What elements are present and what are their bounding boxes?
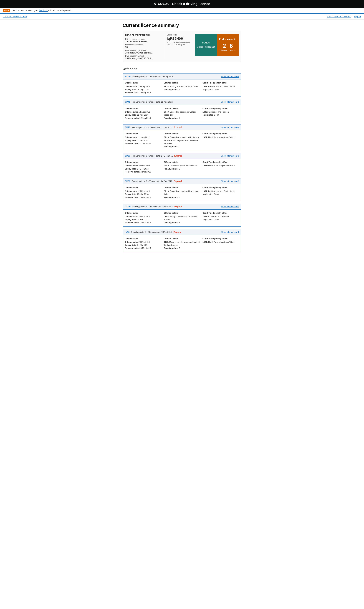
offence-court-col: Court/Fixed penalty office 1051: Bedford… [203, 82, 239, 94]
show-information-link[interactable]: Show information ⊕ [221, 231, 239, 233]
check-code-section: Check code: jqPS5N0H This code is now in… [164, 34, 192, 60]
offence-penalty-meta: Penalty points: 0 [132, 126, 147, 129]
court-col-title: Court/Fixed penalty office [203, 161, 239, 163]
show-information-link[interactable]: Show information ⊕ [221, 126, 239, 129]
offence-header-left: AC10 Penalty points: 6 Offence date: 29 … [125, 75, 173, 78]
beta-banner: BETA This is a new service – your feedba… [0, 8, 364, 14]
offence-body: Offence dates Offence date: 24 Mar 2011 … [123, 235, 241, 252]
court-col-title: Court/Fixed penalty office [203, 107, 239, 109]
offence-header: CU10 Penalty points: 1 Offence date: 24 … [123, 204, 241, 209]
offence-card: CU10 Penalty points: 1 Offence date: 24 … [123, 204, 241, 227]
check-another-licence-link[interactable]: Check another licence [3, 15, 27, 18]
offence-header: IN10 Penalty points: 0 Offence date: 24 … [123, 229, 241, 235]
status-value: Current full licence [197, 46, 215, 48]
offence-court-col: Court/Fixed penalty office 1493: Axminst… [203, 212, 239, 224]
offence-body: Offence dates Offence date: 24 Dec 2011 … [123, 159, 241, 176]
offence-card: SP60 Penalty points: 0 Offence date: 24 … [123, 153, 241, 176]
expired-badge: Expired [174, 155, 182, 157]
court-col-content: 1021: North Avon Magistrates' Court [203, 164, 239, 167]
expired-badge: Expired [174, 180, 182, 182]
offences-container: AC10 Penalty points: 6 Offence date: 29 … [123, 74, 241, 252]
dates-col-content: Offence date: 24 Mar 2011 Expiry date: 2… [125, 241, 161, 250]
viewed-date: 25 February 2015 15:50:21 [125, 57, 160, 60]
details-col-title: Offence details [164, 237, 200, 240]
dates-col-title: Offence dates [125, 107, 161, 109]
show-information-link[interactable]: Show information ⊕ [221, 101, 239, 103]
offence-penalty-meta: Penalty points: 6 [132, 75, 147, 78]
show-info-plus-icon: ⊕ [237, 180, 239, 182]
details-col-title: Offence details [164, 107, 200, 109]
offence-code: AC10 [125, 75, 130, 78]
show-info-plus-icon: ⊕ [237, 155, 239, 157]
court-col-content: 1021: North Avon Magistrates' Court [203, 136, 239, 139]
dates-col-content: Offence date: 24 Dec 2011 Expiry date: 2… [125, 164, 161, 173]
endorsement-labels: Offences Points [220, 49, 236, 52]
dates-col-title: Offence dates [125, 212, 161, 214]
details-col-content: SP60: Undefined speed limit offence Pena… [164, 164, 200, 170]
offences-section-title: Offences [123, 67, 241, 71]
offence-card: SP40 Penalty points: 0 Offence date: 12 … [123, 99, 241, 122]
save-print-link[interactable]: Save or print this licence [327, 15, 351, 18]
offence-body: Offence dates Offence date: 24 Mar 2011 … [123, 209, 241, 226]
licence-holder-name: MISS ELIZABETH PHIL [125, 34, 160, 37]
check-code-value: jqPS5N0H [167, 37, 192, 41]
show-information-link[interactable]: Show information ⊕ [221, 206, 239, 208]
feedback-link[interactable]: feedback [39, 9, 48, 12]
court-col-content: 1493: Axminster and Honiton Magistrates'… [203, 110, 239, 117]
beta-text: This is a new service – your feedback wi… [11, 9, 72, 12]
site-header: ♛ GOV.UK Check a driving licence [0, 0, 364, 8]
nav-left: Check another licence [3, 15, 27, 18]
dates-col-title: Offence dates [125, 186, 161, 189]
offence-court-col: Court/Fixed penalty office 1021: North A… [203, 237, 239, 250]
dates-col-content: Offence date: 11 Jan 2012 Expiry date: 1… [125, 136, 161, 145]
details-col-title: Offence details [164, 132, 200, 135]
dates-col-content: Offence date: 24 Mar 2011 Expiry date: 2… [125, 215, 161, 224]
offence-details-col: Offence details SP10: Exceeding goods ve… [164, 186, 200, 199]
offence-penalty-meta: Penalty points: 3 [132, 180, 147, 182]
offence-details-col: Offence details SP60: Undefined speed li… [164, 161, 200, 173]
offence-header-left: SP60 Penalty points: 0 Offence date: 24 … [125, 155, 182, 157]
show-information-link[interactable]: Show information ⊕ [221, 180, 239, 182]
show-information-link[interactable]: Show information ⊕ [221, 155, 239, 157]
offences-label: Offences [220, 49, 226, 52]
generated-date: 25 February 2015 15:48:01 [125, 52, 160, 54]
offence-date-meta: Offence date: 29 Aug 2012 [149, 75, 173, 78]
details-col-title: Offence details [164, 82, 200, 84]
offence-header-left: IN10 Penalty points: 0 Offence date: 24 … [125, 231, 181, 233]
show-information-link[interactable]: Show information ⊕ [221, 75, 239, 78]
details-col-title: Offence details [164, 161, 200, 163]
issue-number: 73 [125, 46, 160, 48]
points-count: 6 [230, 43, 233, 49]
offence-penalty-meta: Penalty points: 0 [132, 101, 147, 103]
nav-right: Save or print this licence Logout [327, 15, 361, 18]
offence-dates-col: Offence dates Offence date: 24 Mar 2011 … [125, 212, 161, 224]
show-info-plus-icon: ⊕ [237, 206, 239, 208]
expired-badge: Expired [174, 205, 182, 208]
offence-details-col: Offence details SP40: Exceeding passenge… [164, 107, 200, 120]
details-col-content: IN10: Using a vehicle uninsured against … [164, 241, 200, 250]
offence-header: SP40 Penalty points: 0 Offence date: 12 … [123, 99, 241, 105]
offence-card: IN10 Penalty points: 0 Offence date: 24 … [123, 229, 241, 252]
offence-body: Offence dates Offence date: 12 Aug 2012 … [123, 105, 241, 122]
offence-court-col: Court/Fixed penalty office 1493: Axminst… [203, 107, 239, 120]
offence-card: AC10 Penalty points: 6 Offence date: 29 … [123, 74, 241, 96]
offences-count: 2 [223, 43, 226, 49]
issue-number-label: Licence issue number: [125, 44, 160, 46]
offence-date-meta: Offence date: 24 Apr 2011 [148, 180, 172, 182]
endorsements-box: Endorsements 2 6 Offences Points [217, 34, 239, 56]
dates-col-content: Offence date: 29 Aug 2012 Expiry date: 2… [125, 85, 161, 94]
offence-court-col: Court/Fixed penalty office 1021: North A… [203, 132, 239, 148]
offence-card: SP20 Penalty points: 0 Offence date: 11 … [123, 124, 241, 150]
logout-link[interactable]: Logout [354, 15, 361, 18]
details-col-title: Offence details [164, 186, 200, 189]
offence-code: SP60 [125, 155, 130, 157]
offence-penalty-meta: Penalty points: 0 [131, 231, 146, 233]
court-col-content: 1021: North Avon Magistrates' Court [203, 241, 239, 244]
dates-col-title: Offence dates [125, 132, 161, 135]
licence-number-label: Driving licence number: [125, 38, 160, 40]
dates-col-title: Offence dates [125, 237, 161, 240]
court-col-content: 1051: Bedford and Mid Bedfordshire Magis… [203, 190, 239, 196]
offence-header: SP60 Penalty points: 0 Offence date: 24 … [123, 153, 241, 159]
show-info-plus-icon: ⊕ [237, 231, 239, 233]
dates-col-content: Offence date: 12 Aug 2012 Expiry date: 1… [125, 110, 161, 120]
